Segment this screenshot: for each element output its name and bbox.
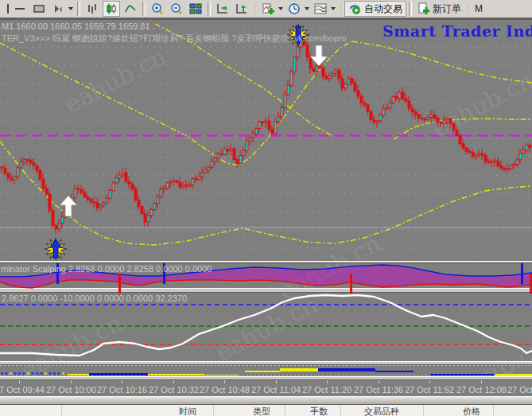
arrows-tool-caret[interactable] — [68, 7, 73, 10]
time-axis-label: 27 Oct 11:36 — [354, 385, 403, 395]
time-axis-tick — [379, 380, 379, 383]
column-header[interactable]: 手数 — [310, 406, 328, 416]
column-header[interactable]: 时间 — [179, 406, 196, 416]
column-divider — [213, 405, 214, 416]
zoom-in-button[interactable] — [149, 1, 166, 17]
column-header[interactable]: 价格 — [463, 406, 480, 416]
vline-icon — [2, 2, 9, 15]
trend-bar-segment — [245, 371, 280, 372]
chart-shift-icon — [235, 2, 248, 15]
auto-scroll-button[interactable] — [214, 1, 231, 17]
time-axis-label: 27 Oct 10:32 — [149, 385, 199, 395]
bars-chart-button[interactable] — [83, 1, 101, 17]
autotrading-icon — [348, 2, 362, 15]
candles-chart-icon — [105, 2, 118, 15]
column-divider — [61, 405, 62, 416]
time-axis-tick — [19, 380, 20, 383]
line-chart-icon — [124, 2, 137, 15]
time-axis-tick — [122, 380, 122, 383]
indicator1-blue-spike — [521, 263, 523, 284]
trend-bar-segment — [204, 375, 239, 375]
timeframes-caret[interactable] — [305, 7, 309, 10]
column-divider — [423, 405, 424, 416]
templates-button[interactable] — [312, 1, 329, 17]
trendline-tool-button[interactable] — [11, 1, 29, 17]
indicator1-red-spike — [350, 274, 352, 294]
trend-bar-segment — [495, 374, 532, 376]
time-axis-tick — [429, 380, 430, 383]
autotrading-button[interactable]: 自动交易 — [344, 1, 406, 17]
time-axis: 27 Oct 09:4427 Oct 10:0027 Oct 10:1627 O… — [0, 380, 532, 396]
trendline-icon — [14, 2, 26, 15]
time-axis-tick — [276, 380, 277, 383]
templates-icon — [314, 2, 327, 15]
trend-bar-segment — [318, 368, 375, 371]
time-axis-label: 27 Oct 10:48 — [200, 385, 250, 395]
trend-bar-segment — [68, 374, 89, 375]
clock-icon — [288, 2, 301, 15]
bars-chart-icon — [86, 2, 99, 15]
column-divider — [285, 405, 285, 416]
time-axis-label: 27 Oct 12:08 — [456, 385, 507, 395]
vline-tool-button[interactable] — [1, 1, 10, 17]
time-axis-tick — [327, 380, 328, 383]
time-axis-label: 27 Oct 09:44 — [0, 385, 45, 395]
time-axis-label: 27 Oct 11:04 — [251, 385, 301, 395]
toolbar-grip[interactable] — [254, 2, 256, 15]
time-axis-label: 27 Oct 11:20 — [302, 385, 351, 395]
auto-scroll-icon — [216, 2, 229, 15]
trend-bar-segment — [148, 374, 204, 375]
rectangle-icon — [33, 2, 45, 15]
new-order-label: 新订单 — [433, 2, 461, 16]
trend-bar-segment — [89, 373, 148, 375]
toolbar-separator — [77, 2, 80, 16]
toolbar-separator — [142, 2, 146, 16]
time-axis-label: 27 Oct 12:24 — [507, 385, 532, 395]
trend-bar-segment — [280, 368, 318, 371]
column-header[interactable]: 类型 — [253, 406, 270, 416]
time-axis-tick — [481, 380, 482, 383]
chart-shift-button[interactable] — [233, 1, 250, 17]
chart-area[interactable]: eahub.cneahub.cneahub.cneahub.cneahub.cn… — [0, 18, 532, 380]
time-axis-tick — [173, 380, 174, 383]
toolbar: 自动交易 新订单 M — [0, 0, 532, 18]
toolbar-separator — [208, 2, 211, 16]
zoom-out-button[interactable] — [168, 1, 185, 17]
indicator1-blue-spike — [163, 263, 165, 284]
indicators-add-icon — [262, 2, 274, 15]
autotrading-label: 自动交易 — [364, 2, 402, 16]
tile-windows-button[interactable] — [187, 1, 204, 17]
column-divider — [493, 405, 494, 416]
trend-bar-segment — [375, 371, 414, 372]
tile-windows-icon — [189, 2, 202, 15]
period-button-partial[interactable]: M — [472, 1, 486, 17]
trend-bar-segment — [430, 374, 495, 375]
time-axis-label: 27 Oct 11:52 — [405, 385, 454, 395]
zoom-in-icon — [151, 2, 164, 15]
arrows-icon — [52, 2, 64, 15]
new-order-button[interactable]: 新订单 — [414, 1, 464, 17]
toolbar-grip[interactable] — [467, 2, 469, 15]
toolbar-grip[interactable] — [340, 2, 342, 15]
time-axis-tick — [71, 380, 72, 383]
column-header[interactable]: 交易品种 — [364, 406, 399, 416]
indicator1-blue-spike — [56, 263, 59, 284]
line-chart-button[interactable] — [122, 1, 139, 17]
time-axis-tick — [224, 380, 225, 383]
terminal-table-header: 时间类型手数交易品种价格 — [0, 405, 532, 416]
zoom-out-icon — [170, 2, 183, 15]
indicators-caret[interactable] — [278, 7, 283, 10]
column-divider — [340, 405, 341, 416]
chart-top-border — [0, 18, 532, 20]
period-label: M — [475, 3, 483, 14]
arrows-tool-button[interactable] — [49, 1, 67, 17]
candles-chart-button[interactable] — [103, 1, 120, 17]
window-splitter[interactable] — [0, 396, 532, 405]
templates-caret[interactable] — [331, 7, 336, 10]
time-axis-label: 27 Oct 10:16 — [97, 385, 147, 395]
indicators-button[interactable] — [259, 1, 277, 17]
indicator1-red-spike — [118, 274, 121, 294]
rectangle-tool-button[interactable] — [30, 1, 48, 17]
toolbar-separator — [409, 2, 412, 16]
timeframes-button[interactable] — [285, 1, 303, 17]
